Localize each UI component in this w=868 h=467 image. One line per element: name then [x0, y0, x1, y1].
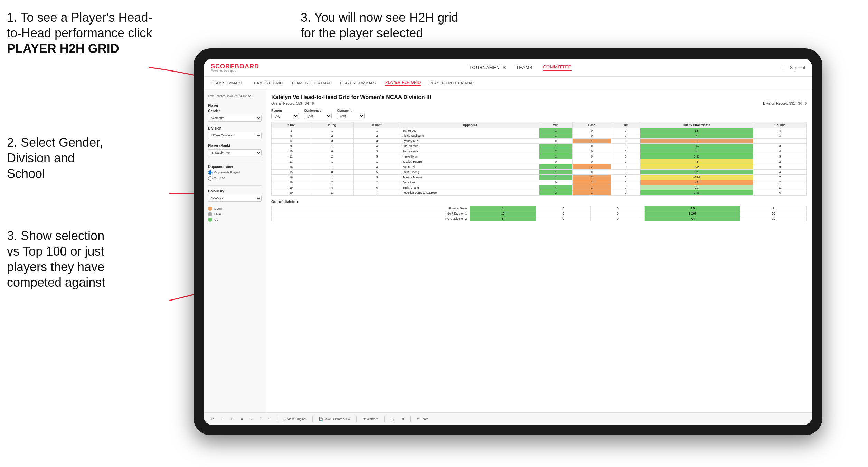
toolbar-view-original[interactable]: ⬚ View: Original [281, 417, 309, 421]
subnav-team-summary[interactable]: TEAM SUMMARY [211, 81, 243, 85]
nav-tournaments[interactable]: TOURNAMENTS [469, 65, 506, 70]
legend-up: Up [208, 218, 262, 222]
cell-loss: 0 [573, 159, 611, 164]
toolbar-watch[interactable]: 👁 Watch ▾ [361, 417, 380, 421]
cell-tie: 0 [611, 180, 640, 185]
gender-select[interactable]: Women's [208, 115, 262, 122]
cell-diff: -3 [640, 159, 753, 164]
ood-diff: 7.4 [645, 216, 740, 221]
toolbar-columns[interactable]: ≪ [399, 417, 406, 421]
header-right: i | Sign out [782, 65, 805, 70]
cell-name: Sharon Mun [400, 144, 539, 149]
cell-div: 19 [272, 185, 311, 190]
sidebar-colour-section: Colour by Win/loss [208, 189, 262, 202]
ood-diff: 4.5 [645, 206, 740, 211]
player-rank-select[interactable]: 8. Katelyn Vo [208, 149, 262, 156]
division-select[interactable]: NCAA Division III [208, 132, 262, 139]
colour-by-select[interactable]: Win/loss [208, 195, 262, 202]
filter-row: Region (All) Conference (All) Opponent (… [271, 109, 807, 119]
table-row: 3 1 1 Esther Lee 1 0 0 1.5 4 [272, 128, 807, 133]
nav-teams[interactable]: TEAMS [516, 65, 532, 70]
th-reg: # Reg [311, 122, 353, 128]
ood-diff: 9.267 [645, 211, 740, 216]
ood-loss: 0 [536, 211, 590, 216]
cell-name: Sydney Kuo [400, 139, 539, 144]
cell-name: Jessica Mason [400, 175, 539, 180]
cell-win: 0 [539, 139, 573, 144]
sidebar-divider-1 [208, 161, 262, 161]
opponent-filter-select[interactable]: (All) [337, 113, 365, 119]
instruction-2-text: 2. Select Gender,Division andSchool [7, 135, 152, 181]
cell-div: 9 [272, 144, 311, 149]
cell-win: 1 [539, 175, 573, 180]
toolbar-circle[interactable]: ⊙ [266, 417, 273, 421]
cell-diff: 3.33 [640, 154, 753, 159]
table-row: 20 11 7 Federica Domecq Lacroze 2 1 0 1.… [272, 190, 807, 196]
filter-conference: Conference (All) [304, 109, 332, 119]
sidebar-gender-label: Gender [208, 109, 262, 113]
cell-win: 2 [539, 164, 573, 170]
toolbar-layout[interactable]: ⬚ [389, 417, 396, 421]
instruction-1-bold: PLAYER H2H GRID [7, 41, 119, 56]
cell-rounds: 4 [753, 128, 807, 133]
toolbar-redo[interactable]: ↩ [229, 417, 236, 421]
app-logo: SCOREBOARD Powered by clippd [211, 63, 259, 72]
radio-opponents-played[interactable]: Opponents Played [208, 170, 262, 175]
cell-reg: 2 [311, 133, 353, 139]
cell-rounds: 4 [753, 149, 807, 154]
conference-filter-select[interactable]: (All) [304, 113, 332, 119]
subnav-team-h2h-heatmap[interactable]: TEAM H2H HEATMAP [291, 81, 331, 85]
table-row: 6 3 3 Sydney Kuo 0 1 0 -1 [272, 139, 807, 144]
th-conf: # Conf [353, 122, 400, 128]
ood-name: NAIA Division 1 [272, 211, 470, 216]
toolbar-settings[interactable]: ⚙ [238, 417, 245, 421]
cell-win: 0 [539, 180, 573, 185]
instruction-3b: 3. Show selectionvs Top 100 or justplaye… [7, 228, 155, 290]
ood-table-row: NCAA Division 2 5 0 0 7.4 10 [272, 216, 807, 221]
bottom-toolbar: ↩ ← ↩ ⚙ ↺ · ⊙ ⬚ View: Original 💾 Save Cu… [204, 412, 812, 425]
cell-tie: 0 [611, 149, 640, 154]
nav-committee[interactable]: COMMITTEE [543, 64, 572, 71]
cell-reg: 3 [311, 139, 353, 144]
main-nav: TOURNAMENTS TEAMS COMMITTEE [469, 64, 571, 71]
cell-loss: 0 [573, 170, 611, 175]
sidebar-player-section: Player Gender Women's [208, 104, 262, 122]
toolbar-share[interactable]: ⇪ Share [415, 417, 431, 421]
table-row: 19 4 6 Emily Chang 4 1 0 0.3 11 [272, 185, 807, 190]
cell-win: 1 [539, 128, 573, 133]
subnav-player-h2h-heatmap[interactable]: PLAYER H2H HEATMAP [430, 81, 474, 85]
filter-region-label: Region [271, 109, 299, 112]
th-rounds: Rounds [753, 122, 807, 128]
table-row: 18 2 2 Euna Lee 0 1 0 -5 2 [272, 180, 807, 185]
region-filter-select[interactable]: (All) [271, 113, 299, 119]
toolbar-dot[interactable]: · [258, 417, 263, 421]
table-row: 16 1 3 Jessica Mason 1 2 0 -0.94 7 [272, 175, 807, 180]
toolbar-refresh[interactable]: ↺ [248, 417, 255, 421]
cell-rounds: 3 [753, 144, 807, 149]
toolbar-undo[interactable]: ↩ [209, 417, 216, 421]
cell-win: 1 [539, 154, 573, 159]
radio-opponents-played-input[interactable] [208, 170, 213, 175]
toolbar-back[interactable]: ← [219, 417, 226, 421]
radio-top-100-input[interactable] [208, 176, 213, 181]
cell-win: 2 [539, 149, 573, 154]
sidebar: Last Updated: 27/03/2024 16:55:38 Player… [204, 89, 266, 425]
legend-down-label: Down [214, 207, 222, 210]
toolbar-save-custom[interactable]: 💾 Save Custom View [317, 417, 352, 421]
subnav-team-h2h-grid[interactable]: TEAM H2H GRID [252, 81, 283, 85]
sign-out-link[interactable]: Sign out [790, 65, 805, 70]
cell-rounds: 3 [753, 154, 807, 159]
cell-div: 11 [272, 154, 311, 159]
radio-top-100[interactable]: Top 100 [208, 176, 262, 181]
instruction-3b-text: 3. Show selectionvs Top 100 or justplaye… [7, 228, 155, 290]
table-row: 5 2 2 Alexis Sudjiianto 1 0 0 4 3 [272, 133, 807, 139]
table-row: 9 1 4 Sharon Mun 1 0 0 3.67 3 [272, 144, 807, 149]
cell-tie: 0 [611, 159, 640, 164]
ood-name: NCAA Division 2 [272, 216, 470, 221]
legend-down: Down [208, 207, 262, 211]
subnav-player-h2h-grid[interactable]: PLAYER H2H GRID [385, 80, 421, 86]
cell-rounds: 3 [753, 133, 807, 139]
subnav-player-summary[interactable]: PLAYER SUMMARY [340, 81, 377, 85]
cell-div: 13 [272, 159, 311, 164]
cell-conf: 3 [353, 139, 400, 144]
